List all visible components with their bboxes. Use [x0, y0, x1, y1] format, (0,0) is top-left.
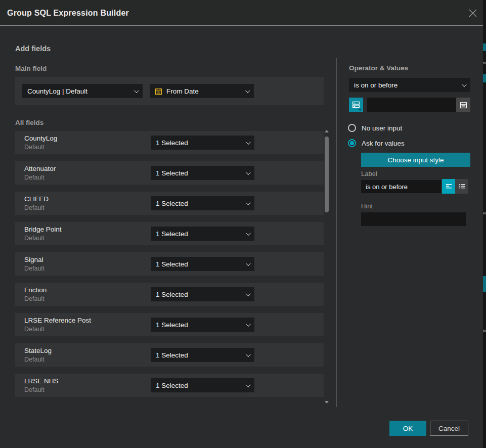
bulleted-list-icon — [458, 183, 466, 190]
date-picker-button[interactable] — [456, 98, 470, 112]
field-subtitle: Default — [24, 326, 45, 333]
chevron-down-icon — [246, 291, 251, 296]
value-input[interactable] — [367, 98, 456, 112]
all-fields-label: All fields — [15, 119, 43, 126]
radio-no-user-input-label: No user input — [362, 124, 402, 132]
field-values-select[interactable]: 1 Selected — [151, 136, 254, 150]
field-select-text: 1 Selected — [156, 382, 246, 389]
label-field-label: Label — [361, 170, 377, 177]
chevron-down-icon — [134, 88, 139, 93]
layer-select[interactable]: CountyLog | Default — [22, 84, 143, 98]
chevron-down-icon — [246, 352, 251, 357]
list-scrollbar[interactable] — [324, 130, 329, 405]
field-name: LRSE Reference Post — [24, 317, 91, 324]
chevron-down-icon — [246, 140, 251, 145]
field-select-text: 1 Selected — [156, 139, 246, 147]
field-name: LRSE NHS — [24, 377, 59, 385]
main-field-select[interactable]: From Date — [150, 84, 254, 98]
field-name: Attenuator — [24, 165, 56, 172]
panel-divider — [336, 58, 337, 407]
field-select-text: 1 Selected — [156, 260, 246, 268]
field-name: Signal — [24, 256, 43, 263]
operator-select-value: is on or before — [354, 81, 462, 89]
field-row: LRSE Reference Post Default 1 Selected — [15, 313, 324, 336]
chevron-down-icon — [246, 322, 251, 327]
field-name: StateLog — [24, 347, 52, 354]
align-left-icon — [445, 183, 453, 190]
main-field-panel: CountyLog | Default From Date — [15, 77, 324, 105]
group-sql-expression-builder-dialog: Group SQL Expression Builder Add fields … — [0, 0, 486, 448]
label-input[interactable] — [361, 180, 441, 193]
layer-select-value: CountyLog | Default — [27, 87, 134, 95]
field-subtitle: Default — [24, 386, 45, 393]
field-values-select[interactable]: 1 Selected — [151, 318, 254, 332]
chevron-down-icon — [245, 88, 250, 93]
field-select-text: 1 Selected — [156, 169, 246, 177]
field-subtitle: Default — [24, 265, 45, 272]
field-values-select[interactable]: 1 Selected — [151, 196, 254, 210]
dialog-titlebar: Group SQL Expression Builder — [0, 0, 483, 26]
field-name: CountyLog — [24, 135, 57, 142]
field-name: CLIFED — [24, 195, 49, 203]
field-name: Friction — [24, 286, 47, 294]
field-subtitle: Default — [24, 204, 45, 211]
field-subtitle: Default — [24, 144, 45, 151]
value-input-type-button[interactable] — [349, 98, 363, 112]
field-row: CLIFED Default 1 Selected — [15, 192, 324, 215]
field-row: Friction Default 1 Selected — [15, 283, 324, 306]
chevron-down-icon — [246, 170, 251, 175]
field-select-text: 1 Selected — [156, 291, 246, 298]
chevron-down-icon — [246, 261, 251, 266]
choose-input-style-button[interactable]: Choose input style — [361, 153, 470, 167]
add-fields-heading: Add fields — [15, 44, 51, 53]
field-subtitle: Default — [24, 356, 45, 363]
background-app-edge — [483, 0, 486, 448]
field-subtitle: Default — [24, 235, 45, 242]
field-values-select[interactable]: 1 Selected — [151, 287, 254, 301]
chevron-down-icon — [246, 382, 251, 387]
main-field-select-value: From Date — [166, 87, 241, 95]
calendar-icon — [460, 101, 467, 109]
radio-no-user-input[interactable]: No user input — [348, 124, 402, 132]
cancel-button[interactable]: Cancel — [430, 421, 468, 436]
radio-ask-for-values[interactable]: Ask for values — [348, 139, 405, 147]
field-row: Signal Default 1 Selected — [15, 252, 324, 276]
field-subtitle: Default — [24, 174, 45, 181]
scroll-down-icon[interactable] — [325, 401, 329, 404]
chevron-down-icon — [462, 82, 467, 87]
field-row: Attenuator Default 1 Selected — [15, 161, 324, 185]
operator-values-heading: Operator & Values — [349, 64, 408, 72]
field-values-select[interactable]: 1 Selected — [151, 166, 254, 180]
field-values-select[interactable]: 1 Selected — [151, 257, 254, 271]
ok-button[interactable]: OK — [389, 421, 426, 436]
chevron-down-icon — [246, 231, 251, 236]
field-subtitle: Default — [24, 295, 45, 302]
field-row: CountyLog Default 1 Selected — [15, 131, 324, 154]
field-values-select[interactable]: 1 Selected — [151, 378, 254, 392]
field-row: Bridge Point Default 1 Selected — [15, 222, 324, 245]
field-select-text: 1 Selected — [156, 351, 246, 359]
close-icon[interactable] — [468, 9, 477, 18]
scroll-up-icon[interactable] — [325, 130, 329, 132]
hint-input[interactable] — [361, 212, 466, 226]
scrollbar-thumb[interactable] — [325, 137, 329, 212]
chevron-down-icon — [246, 200, 251, 205]
field-select-text: 1 Selected — [156, 200, 246, 207]
chevron-down-icon — [359, 109, 362, 111]
operator-select[interactable]: is on or before — [349, 78, 470, 92]
radio-on-icon — [348, 139, 356, 147]
hint-field-label: Hint — [361, 202, 373, 210]
field-select-text: 1 Selected — [156, 321, 246, 329]
list-value-style-button[interactable] — [455, 179, 468, 194]
calendar-icon — [155, 87, 162, 95]
field-values-select[interactable]: 1 Selected — [151, 227, 254, 241]
all-fields-list: CountyLog Default 1 Selected Attenuator … — [15, 131, 324, 404]
dialog-title: Group SQL Expression Builder — [7, 0, 129, 26]
main-field-label: Main field — [15, 65, 47, 72]
field-values-select[interactable]: 1 Selected — [151, 348, 254, 362]
field-name: Bridge Point — [24, 226, 62, 233]
single-value-style-button[interactable] — [442, 179, 455, 194]
field-select-text: 1 Selected — [156, 230, 246, 238]
radio-off-icon — [348, 124, 356, 132]
field-row: StateLog Default 1 Selected — [15, 343, 324, 367]
